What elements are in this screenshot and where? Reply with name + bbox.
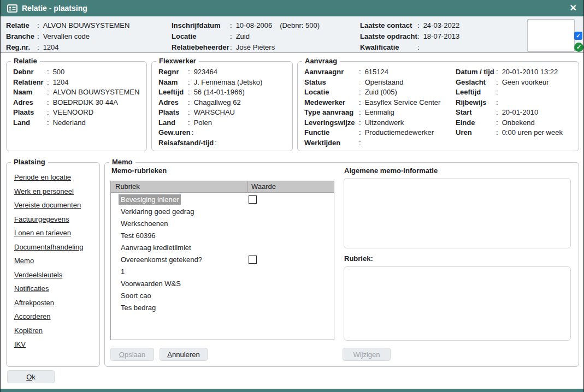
relatie-plaatsing-dialog: Relatie - plaatsing ✕ Relatie:ALVON BOUW… <box>0 0 584 392</box>
memo-row-werkschoenen[interactable]: Werkschoenen <box>111 218 334 230</box>
memo-row-bevesiging-inlener[interactable]: Bevesiging inlener <box>111 194 334 206</box>
sidebar-link-accorderen[interactable]: Accorderen <box>14 310 99 324</box>
sidebar-link-lonen-en-tarieven[interactable]: Lonen en tarieven <box>14 226 99 240</box>
field-plaats: Plaats:WARSCHAU <box>158 108 292 118</box>
field-locatie: Locatie:Zuid (005) <box>304 87 440 98</box>
memo-row-checkbox[interactable] <box>249 195 257 204</box>
column-header-rubriek: Rubriek <box>111 181 247 192</box>
field-medewerker: Medewerker:Easyflex Service Center <box>304 98 440 108</box>
sidebar-link-documentafhandeling[interactable]: Documentafhandeling <box>14 240 99 254</box>
field-plaats: Plaats:VEENOORD <box>13 108 146 118</box>
title-bar: Relatie - plaatsing ✕ <box>1 0 583 16</box>
plaatsing-nav-links: Periode en locatieWerk en personeelVerei… <box>7 163 99 352</box>
field-inschrijfdatum: Inschrijfdatum:10-08-2006(Debnr: 500) <box>172 20 320 31</box>
aanvraag-fields-left: Aanvraagnr:615124Status:OpenstaandLocati… <box>304 67 440 148</box>
blue-checkbox[interactable] <box>574 32 582 40</box>
algemene-memo-textarea[interactable] <box>344 178 571 248</box>
field-regnr: Regnr:923464 <box>158 67 292 78</box>
aanvraag-fields-right: Datum / tijd:20-01-2010 13:22Geslacht:Ge… <box>456 67 563 138</box>
field-datum-tijd: Datum / tijd:20-01-2010 13:22 <box>456 67 563 78</box>
memo-row-label[interactable]: Aanvraag kredietlimiet <box>119 242 193 253</box>
memo-row-label[interactable]: Werkschoenen <box>119 218 170 229</box>
sidebar-link-ikv[interactable]: IKV <box>14 337 99 352</box>
memo-row-tes-bedrag[interactable]: Tes bedrag <box>111 302 334 314</box>
memo-row-1[interactable]: 1 <box>111 266 334 278</box>
memo-row-overeenkomst-getekend[interactable]: Overeenkomst getekend? <box>111 254 334 266</box>
memo-rubrieken-label: Memo-rubrieken <box>111 167 167 175</box>
field-reisafstand-tijd: Reisafstand/-tijd: <box>158 138 292 149</box>
window-title: Relatie - plaatsing <box>22 4 87 13</box>
field-land: Land:Polen <box>158 118 292 128</box>
sidebar-link-kopi-ren[interactable]: Kopiëren <box>14 324 99 338</box>
sidebar-link-factuurgegevens[interactable]: Factuurgegevens <box>14 212 99 227</box>
field-relatie: Relatie:ALVON BOUWSYSTEMEN <box>6 20 129 31</box>
sidebar-link-vereiste-documenten[interactable]: Vereiste documenten <box>14 198 99 212</box>
field-laatste-opdracht: Laatste opdracht:18-07-2013 <box>360 31 459 42</box>
field-gew-uren: Gew.uren: <box>158 128 292 138</box>
opslaan-button[interactable]: Opslaan <box>110 348 154 361</box>
field-land: Land:Nederland <box>13 118 146 128</box>
memo-row-label[interactable]: Verklaring goed gedrag <box>119 206 196 217</box>
groupbox-flexwerker: Flexwerker Regnr:923464Naam:J. Fennemaa … <box>151 61 293 151</box>
memo-row-aanvraag-kredietlimiet[interactable]: Aanvraag kredietlimiet <box>111 242 334 254</box>
rubriek-label: Rubriek: <box>344 254 373 263</box>
field-aanvraagnr: Aanvraagnr:615124 <box>304 67 440 78</box>
field-laatste-contact: Laatste contact:24-03-2022 <box>360 20 459 31</box>
groupbox-memo-title: Memo <box>109 158 135 166</box>
field-adres: Adres:Chagallweg 62 <box>158 98 292 108</box>
field-start: Start:20-01-2010 <box>456 108 563 118</box>
green-check-icon <box>574 43 583 52</box>
field-locatie: Locatie:Zuid <box>172 31 320 42</box>
field-relatienr: Relatienr:1204 <box>13 78 146 88</box>
field-werktijden: Werktijden: <box>304 138 440 149</box>
ok-button[interactable]: Ok <box>7 370 55 383</box>
field-kwalificatie: Kwalificatie: <box>360 42 459 53</box>
memo-row-test-60396[interactable]: Test 60396 <box>111 230 334 242</box>
memo-row-label[interactable]: Soort cao <box>119 290 154 301</box>
field-branche: Branche:Vervallen code <box>6 31 129 42</box>
memo-row-verklaring-goed-gedrag[interactable]: Verklaring goed gedrag <box>111 206 334 218</box>
field-status: Status:Openstaand <box>304 78 440 88</box>
memo-row-checkbox[interactable] <box>249 256 257 264</box>
rubriek-textarea[interactable] <box>344 266 571 341</box>
annuleren-button[interactable]: Annuleren <box>160 348 208 361</box>
groupbox-relatie-title: Relatie <box>11 57 40 65</box>
field-debnr: Debnr:500 <box>13 67 146 78</box>
field-functie: Functie:Productiemedewerker <box>304 128 440 138</box>
sidebar-link-periode-en-locatie[interactable]: Periode en locatie <box>14 170 99 185</box>
field-einde: Einde:Onbekend <box>456 118 563 128</box>
sidebar-link-aftrekposten[interactable]: Aftrekposten <box>14 296 99 310</box>
sidebar-link-werk-en-personeel[interactable]: Werk en personeel <box>14 185 99 199</box>
memo-row-soort-cao[interactable]: Soort cao <box>111 290 334 302</box>
memo-row-label[interactable]: Overeenkomst getekend? <box>119 254 204 265</box>
field-naam: Naam:ALVON BOUWSYSTEMEN <box>13 87 146 98</box>
groupbox-relatie: Relatie Debnr:500Relatienr:1204Naam:ALVO… <box>6 61 147 151</box>
memo-row-label[interactable]: Voorwaarden W&S <box>119 278 183 289</box>
field-leeftijd: Leeftijd: <box>456 87 563 98</box>
sidebar-link-notificaties[interactable]: Notificaties <box>14 282 99 296</box>
close-icon[interactable]: ✕ <box>570 0 577 16</box>
field-uren: Uren:0:00 uren per week <box>456 128 563 138</box>
groupbox-aanvraag-title: Aanvraag <box>302 57 340 65</box>
relatie-fields: Debnr:500Relatienr:1204Naam:ALVON BOUWSY… <box>7 62 146 128</box>
wijzigen-button[interactable]: Wijzigen <box>343 348 391 361</box>
header-column-inschrijving: Inschrijfdatum:10-08-2006(Debnr: 500)Loc… <box>172 20 320 53</box>
memo-row-label[interactable]: 1 <box>119 266 127 277</box>
field-geslacht: Geslacht:Geen voorkeur <box>456 78 563 88</box>
sidebar-link-verdeelsleutels[interactable]: Verdeelsleutels <box>14 268 99 282</box>
sidebar-link-memo[interactable]: Memo <box>14 254 99 268</box>
memo-row-label[interactable]: Bevesiging inlener <box>119 194 181 205</box>
groupbox-aanvraag: Aanvraag Aanvraagnr:615124Status:Opensta… <box>297 61 579 151</box>
memo-rubrieken-table: Rubriek Waarde Bevesiging inlenerVerklar… <box>110 181 334 340</box>
field-leveringswijze: Leveringswijze:Uitzendwerk <box>304 118 440 128</box>
memo-row-label[interactable]: Tes bedrag <box>119 302 158 313</box>
groupbox-plaatsing-title: Plaatsing <box>11 158 48 166</box>
field-adres: Adres:BOEDRDIJK 30 44A <box>13 98 146 108</box>
memo-row-voorwaarden-w-s[interactable]: Voorwaarden W&S <box>111 278 334 290</box>
groupbox-flexwerker-title: Flexwerker <box>156 57 199 65</box>
field-rijbewijs: Rijbewijs: <box>456 98 563 108</box>
memo-row-label[interactable]: Test 60396 <box>119 230 158 241</box>
contact-card-icon <box>7 4 17 13</box>
groupbox-memo: Memo Memo-rubrieken Rubriek Waarde Beves… <box>104 162 579 367</box>
field-reg-nr: Reg.nr.:1204 <box>6 42 129 53</box>
